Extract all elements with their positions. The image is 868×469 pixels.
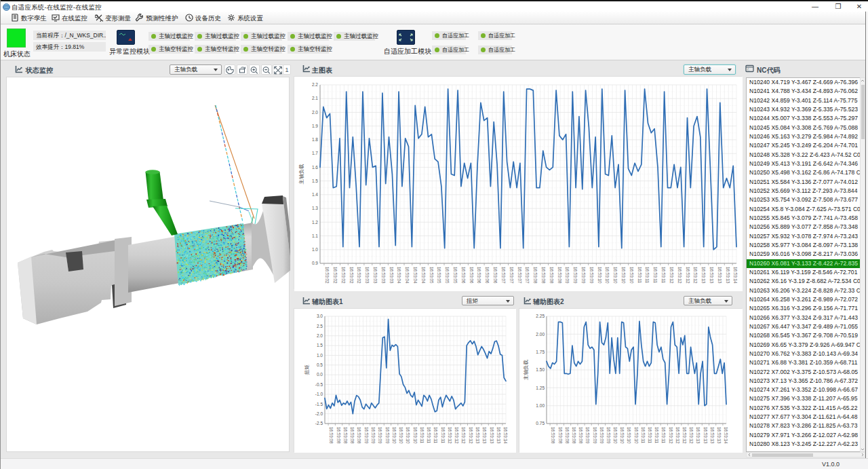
svg-text:16:59:10: 16:59:10 [392, 427, 397, 444]
svg-text:16:59:06: 16:59:06 [493, 267, 498, 284]
svg-text:16:59:11: 16:59:11 [641, 427, 646, 444]
svg-text:16:59:12: 16:59:12 [689, 427, 694, 444]
svg-text:16:59:08: 16:59:08 [551, 427, 555, 444]
svg-text:16:59:10: 16:59:10 [621, 267, 626, 284]
svg-text:16:59:08: 16:59:08 [572, 427, 576, 444]
svg-text:1.5: 1.5 [317, 343, 323, 348]
svg-text:16:59:14: 16:59:14 [733, 267, 738, 284]
svg-text:16:59:07: 16:59:07 [525, 267, 530, 284]
svg-text:16:59:10: 16:59:10 [629, 267, 634, 284]
svg-text:16:59:11: 16:59:11 [653, 267, 658, 284]
svg-text:1.8: 1.8 [312, 137, 318, 142]
svg-text:16:59:08: 16:59:08 [578, 427, 583, 444]
svg-text:主轴负载: 主轴负载 [298, 164, 304, 185]
svg-text:16:59:03: 16:59:03 [381, 267, 386, 284]
svg-text:1.00: 1.00 [536, 403, 545, 408]
svg-text:16:59:10: 16:59:10 [613, 427, 618, 444]
svg-text:16:59:06: 16:59:06 [485, 267, 490, 284]
svg-text:1.25: 1.25 [536, 386, 545, 390]
svg-text:1.0: 1.0 [317, 353, 323, 358]
svg-text:16:59:09: 16:59:09 [599, 427, 604, 444]
svg-text:16:59:02: 16:59:02 [349, 267, 354, 284]
svg-text:16:59:09: 16:59:09 [378, 427, 382, 444]
svg-text:16:59:14: 16:59:14 [724, 427, 728, 444]
svg-text:1.6: 1.6 [312, 165, 318, 170]
svg-text:16:59:12: 16:59:12 [686, 267, 690, 284]
svg-text:2.0: 2.0 [317, 333, 323, 338]
svg-text:-1.5: -1.5 [315, 402, 323, 407]
svg-text:1.4: 1.4 [312, 192, 318, 197]
svg-text:16:59:11: 16:59:11 [645, 267, 650, 284]
svg-text:1.0: 1.0 [312, 247, 318, 252]
svg-text:16:59:06: 16:59:06 [461, 267, 466, 284]
svg-text:16:59:11: 16:59:11 [654, 427, 659, 444]
svg-text:16:59:11: 16:59:11 [661, 267, 666, 284]
svg-text:16:59:14: 16:59:14 [503, 427, 508, 444]
svg-text:1.50: 1.50 [536, 367, 545, 372]
svg-text:16:59:03: 16:59:03 [365, 267, 370, 284]
svg-text:16:59:02: 16:59:02 [341, 267, 346, 284]
svg-text:3.0: 3.0 [317, 314, 323, 318]
svg-text:16:59:11: 16:59:11 [433, 427, 438, 444]
svg-text:16:59:07: 16:59:07 [501, 267, 506, 284]
svg-text:1.2: 1.2 [312, 220, 318, 225]
svg-text:16:59:11: 16:59:11 [637, 267, 642, 284]
svg-text:16:59:12: 16:59:12 [461, 427, 466, 444]
svg-text:16:59:08: 16:59:08 [336, 427, 341, 444]
svg-text:16:59:09: 16:59:09 [364, 427, 369, 444]
svg-text:16:59:12: 16:59:12 [669, 267, 674, 284]
svg-text:16:59:10: 16:59:10 [406, 427, 410, 444]
svg-text:16:59:11: 16:59:11 [648, 427, 652, 444]
svg-text:16:59:02: 16:59:02 [325, 267, 330, 284]
svg-text:16:59:11: 16:59:11 [427, 427, 431, 444]
svg-text:16:59:11: 16:59:11 [661, 427, 666, 444]
svg-text:16:59:13: 16:59:13 [496, 427, 501, 444]
svg-text:16:59:13: 16:59:13 [726, 267, 730, 284]
svg-text:16:59:05: 16:59:05 [445, 267, 450, 284]
svg-text:16:59:12: 16:59:12 [675, 427, 680, 444]
svg-text:2.2: 2.2 [312, 82, 318, 87]
svg-text:-1.0: -1.0 [315, 392, 323, 396]
svg-text:16:59:04: 16:59:04 [413, 267, 418, 284]
svg-text:16:59:12: 16:59:12 [677, 267, 682, 284]
svg-text:16:59:04: 16:59:04 [397, 267, 401, 284]
svg-text:16:59:09: 16:59:09 [585, 427, 590, 444]
svg-text:16:59:12: 16:59:12 [693, 267, 698, 284]
svg-text:16:59:10: 16:59:10 [597, 267, 602, 284]
svg-text:16:59:09: 16:59:09 [371, 427, 376, 444]
svg-text:16:59:06: 16:59:06 [469, 267, 474, 284]
svg-text:16:59:10: 16:59:10 [605, 267, 610, 284]
svg-text:16:59:03: 16:59:03 [389, 267, 394, 284]
svg-text:16:59:07: 16:59:07 [509, 267, 514, 284]
svg-text:16:59:02: 16:59:02 [357, 267, 361, 284]
svg-text:16:59:09: 16:59:09 [593, 427, 597, 444]
svg-text:0.75: 0.75 [536, 421, 545, 426]
svg-text:16:59:08: 16:59:08 [558, 427, 563, 444]
svg-text:16:59:13: 16:59:13 [701, 267, 706, 284]
svg-text:16:59:08: 16:59:08 [343, 427, 348, 444]
svg-text:16:59:12: 16:59:12 [454, 427, 459, 444]
svg-text:0.5: 0.5 [317, 362, 323, 367]
svg-text:-2.5: -2.5 [315, 421, 323, 426]
svg-text:1.75: 1.75 [536, 350, 545, 354]
svg-text:16:59:13: 16:59:13 [482, 427, 487, 444]
svg-text:16:59:05: 16:59:05 [429, 267, 434, 284]
svg-text:16:59:09: 16:59:09 [606, 427, 611, 444]
svg-text:1.5: 1.5 [312, 179, 318, 183]
svg-text:16:59:10: 16:59:10 [613, 267, 618, 284]
svg-text:16:59:10: 16:59:10 [413, 427, 418, 444]
svg-text:主轴负载: 主轴负载 [523, 360, 529, 381]
svg-text:16:59:09: 16:59:09 [581, 267, 586, 284]
svg-text:-0.5: -0.5 [315, 382, 323, 387]
svg-text:16:59:12: 16:59:12 [669, 427, 673, 444]
svg-text:16:59:05: 16:59:05 [437, 267, 441, 284]
svg-text:/;: /; [747, 67, 749, 71]
svg-text:-2.0: -2.0 [315, 411, 323, 416]
svg-text:16:59:11: 16:59:11 [420, 427, 425, 444]
svg-text:1.7: 1.7 [312, 151, 318, 155]
svg-text:0.0: 0.0 [317, 372, 323, 377]
svg-text:16:59:08: 16:59:08 [329, 427, 334, 444]
svg-text:16:59:13: 16:59:13 [710, 427, 715, 444]
svg-text:16:59:10: 16:59:10 [627, 427, 631, 444]
svg-text:16:59:12: 16:59:12 [682, 427, 687, 444]
